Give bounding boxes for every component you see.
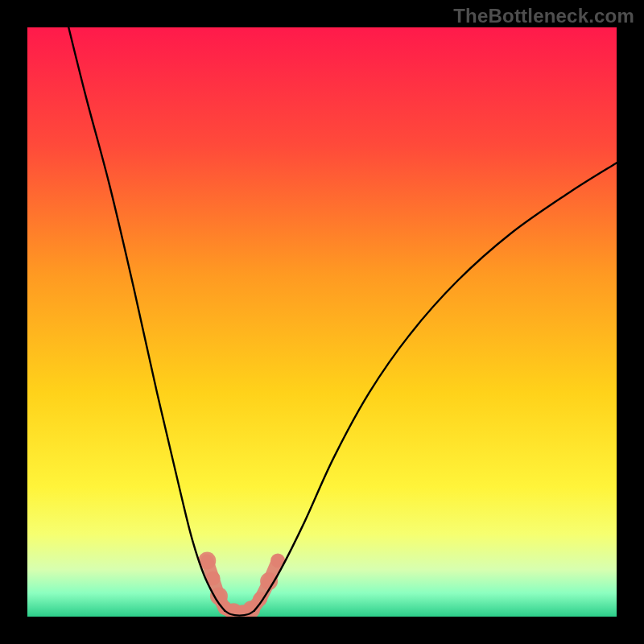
chart-frame: TheBottleneck.com	[0, 0, 644, 644]
gradient-background	[27, 27, 617, 617]
watermark-text: TheBottleneck.com	[453, 5, 634, 27]
bottleneck-chart	[27, 27, 617, 617]
plot-area	[27, 27, 617, 617]
